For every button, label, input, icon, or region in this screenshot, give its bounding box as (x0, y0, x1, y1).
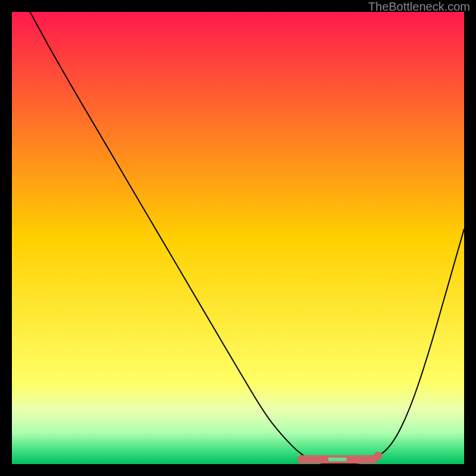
bottleneck-chart (12, 12, 464, 464)
gradient-background (12, 12, 464, 464)
chart-stage: TheBottleneck.com (0, 0, 476, 476)
optimal-end-dot (374, 452, 383, 460)
